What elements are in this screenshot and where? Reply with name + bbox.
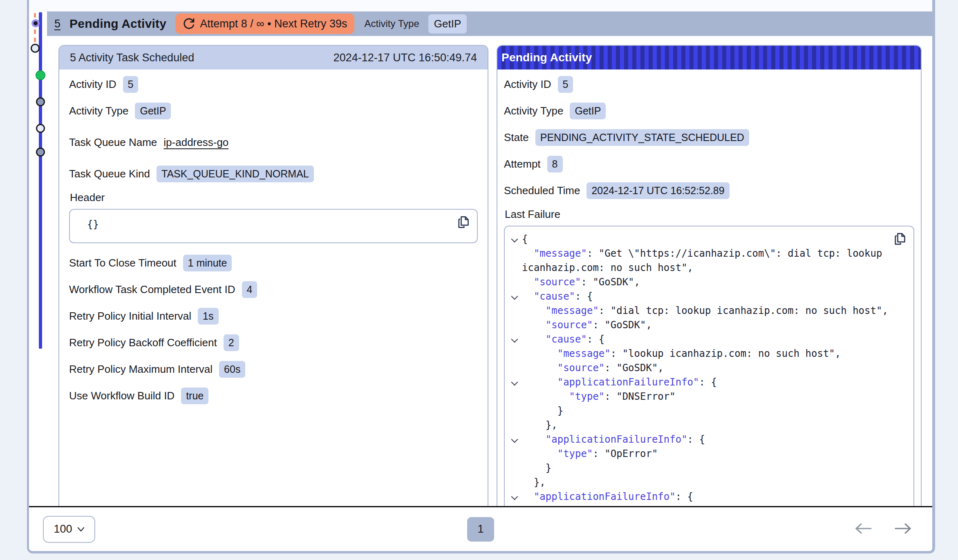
code-text: }	[522, 404, 905, 418]
top-strip	[29, 0, 932, 11]
arrow-right-icon	[894, 522, 913, 535]
field-value: 60s	[219, 361, 245, 378]
timeline-dot-success[interactable]	[36, 70, 45, 80]
page-size-select[interactable]: 100	[43, 516, 95, 543]
code-text: "type": "DNSError"	[522, 390, 905, 404]
collapse-chevron-icon[interactable]	[510, 375, 522, 390]
collapse-chevron-icon[interactable]	[510, 332, 522, 347]
timeline-dot-neutral[interactable]	[36, 148, 45, 157]
field-row: State PENDING_ACTIVITY_STATE_SCHEDULED	[504, 128, 914, 146]
code-text: },	[522, 475, 905, 490]
next-page-button[interactable]	[892, 521, 914, 538]
activity-task-scheduled-card: 5 Activity Task Scheduled 2024-12-17 UTC…	[58, 45, 488, 506]
field-label: Scheduled Time	[504, 184, 580, 197]
scheduled-card-title: 5 Activity Task Scheduled	[70, 52, 194, 64]
copy-header-button[interactable]	[456, 215, 470, 230]
pending-fields: Activity ID 5 Activity Type GetIP State …	[504, 75, 914, 199]
field-row: Scheduled Time 2024-12-17 UTC 16:52:52.8…	[504, 181, 914, 199]
collapse-chevron-icon[interactable]	[510, 232, 522, 246]
field-row: Attempt 8	[504, 155, 914, 173]
field-value: 1s	[198, 308, 218, 325]
code-gutter	[510, 246, 522, 261]
field-value: 5	[558, 76, 573, 93]
code-line: "type": "DNSError"	[510, 390, 905, 404]
code-gutter	[510, 418, 522, 432]
code-gutter	[510, 347, 522, 361]
code-line: "message": "Get \"https://icanhazip.com\…	[510, 246, 905, 275]
copy-failure-button[interactable]	[892, 231, 907, 247]
code-line: "source": "GoSDK",	[510, 361, 905, 375]
field-label: State	[504, 131, 529, 144]
code-line: "message": "dial tcp: lookup icanhazip.c…	[510, 304, 905, 318]
timeline-dot-current[interactable]	[31, 19, 40, 27]
code-text: "message": "dial tcp: lookup icanhazip.c…	[522, 304, 905, 318]
code-line: },	[510, 418, 905, 432]
activity-type-badge: GetIP	[428, 14, 467, 34]
field-value: ip-address-go	[163, 136, 228, 149]
code-line: "cause": {	[510, 289, 905, 304]
timeline-dot-open[interactable]	[31, 44, 40, 53]
field-row: Activity ID 5	[69, 75, 478, 93]
scheduled-card-header: 5 Activity Task Scheduled 2024-12-17 UTC…	[59, 46, 488, 69]
event-detail-content: 5 Activity Task Scheduled 2024-12-17 UTC…	[58, 36, 922, 506]
field-row: Retry Policy Initial Interval 1s	[69, 307, 478, 325]
code-text: {	[522, 232, 905, 246]
page-title: Pending Activity	[69, 17, 166, 31]
collapse-chevron-icon[interactable]	[510, 432, 522, 447]
code-gutter	[510, 275, 522, 289]
code-gutter	[510, 447, 522, 461]
event-id-link[interactable]: 5	[54, 18, 60, 30]
last-failure-box: { "message": "Get \"https://icanhazip.co…	[504, 226, 914, 506]
field-value: 5	[123, 76, 139, 93]
retry-status-badge: Attempt 8 / ∞ • Next Retry 39s	[175, 13, 354, 34]
field-label: Workflow Task Completed Event ID	[69, 283, 235, 296]
pagination-footer: 100 1	[29, 506, 932, 551]
field-value: GetIP	[135, 103, 171, 119]
code-line: "message": "lookup icanhazip.com: no suc…	[510, 347, 905, 361]
code-gutter	[510, 304, 522, 318]
field-row: Workflow Task Completed Event ID 4	[69, 280, 478, 298]
code-line: "source": "GoSDK",	[510, 275, 905, 289]
field-value: GetIP	[570, 103, 606, 119]
pending-activity-card: Pending Activity Activity ID 5 Activity …	[497, 45, 922, 506]
code-gutter	[510, 318, 522, 332]
code-gutter	[510, 361, 522, 375]
field-label: Start To Close Timeout	[69, 257, 177, 269]
collapse-chevron-icon[interactable]	[510, 490, 522, 504]
code-text: "applicationFailureInfo": {	[522, 375, 905, 390]
timeline-dot-neutral[interactable]	[36, 97, 45, 106]
field-value: 8	[547, 156, 563, 172]
code-text: "source": "GoSDK",	[522, 361, 905, 375]
field-value: 1 minute	[183, 255, 232, 271]
code-gutter	[510, 475, 522, 490]
code-text: "type": "OpError"	[522, 447, 905, 461]
field-label: Activity ID	[504, 78, 551, 91]
event-timeline-rail	[29, 0, 58, 551]
code-line: "cause": {	[510, 332, 905, 347]
field-row: Task Queue Name ip-address-go	[69, 133, 478, 151]
collapse-chevron-icon[interactable]	[510, 289, 522, 304]
event-history-panel: 5 Pending Activity Attempt 8 / ∞ • Next …	[27, 0, 935, 553]
field-value: 2024-12-17 UTC 16:52:52.89	[586, 182, 729, 199]
previous-page-button[interactable]	[852, 521, 874, 538]
timeline-dot-open[interactable]	[36, 124, 45, 133]
field-label: Task Queue Name	[69, 136, 157, 149]
field-row: Activity ID 5	[504, 75, 914, 93]
field-row: Retry Policy Backoff Coefficient 2	[69, 334, 478, 352]
timeline-line	[39, 12, 42, 349]
scheduled-fields-bottom: Start To Close Timeout 1 minute Workflow…	[69, 254, 478, 405]
field-label: Task Queue Kind	[69, 168, 150, 180]
field-label: Activity Type	[504, 105, 563, 117]
code-line: "applicationFailureInfo": {	[510, 432, 905, 447]
page-1-button[interactable]: 1	[467, 517, 494, 542]
pending-activity-header-row[interactable]: 5 Pending Activity Attempt 8 / ∞ • Next …	[47, 11, 932, 36]
code-text: "applicationFailureInfo": {	[522, 490, 905, 504]
code-line: "source": "GoSDK",	[510, 318, 905, 332]
code-text: "cause": {	[522, 289, 905, 304]
code-line: "type": "OpError"	[510, 447, 905, 461]
page-size-value: 100	[54, 523, 72, 535]
code-gutter	[510, 404, 522, 418]
field-row: Task Queue Kind TASK_QUEUE_KIND_NORMAL	[69, 165, 478, 183]
code-line: },	[510, 475, 905, 490]
copy-icon	[893, 232, 906, 246]
